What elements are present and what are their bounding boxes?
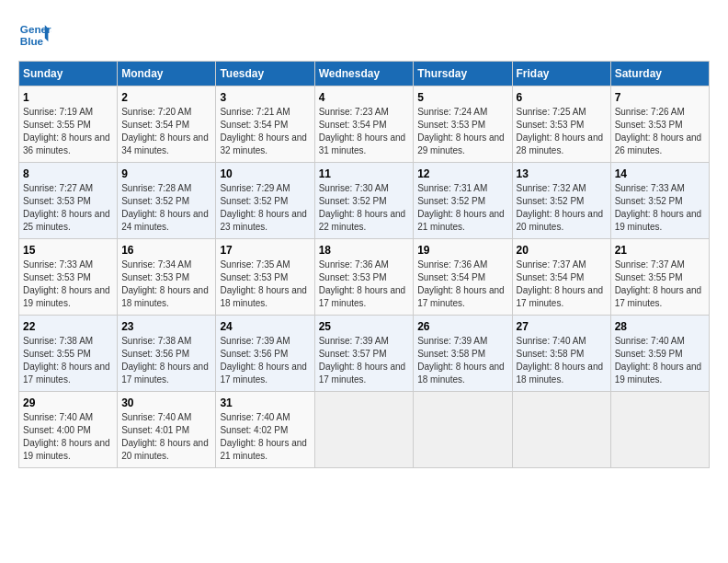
day-info: Sunrise: 7:36 AM Sunset: 3:54 PM Dayligh… [417,259,507,310]
day-number: 1 [23,91,113,104]
header-day-thursday: Thursday [414,62,512,86]
day-number: 12 [417,167,507,180]
day-number: 19 [417,244,507,257]
day-number: 9 [121,167,211,180]
day-info: Sunrise: 7:39 AM Sunset: 3:58 PM Dayligh… [417,335,507,386]
day-number: 20 [517,244,607,257]
day-info: Sunrise: 7:38 AM Sunset: 3:55 PM Dayligh… [23,335,113,386]
calendar-week-row: 1 Sunrise: 7:19 AM Sunset: 3:55 PM Dayli… [19,86,710,163]
calendar-week-row: 29 Sunrise: 7:40 AM Sunset: 4:00 PM Dayl… [19,392,710,468]
day-info: Sunrise: 7:19 AM Sunset: 3:55 PM Dayligh… [23,106,113,157]
calendar-cell: 12 Sunrise: 7:31 AM Sunset: 3:52 PM Dayl… [414,163,512,239]
day-info: Sunrise: 7:40 AM Sunset: 3:59 PM Dayligh… [615,335,705,386]
calendar-cell: 28 Sunrise: 7:40 AM Sunset: 3:59 PM Dayl… [610,316,709,392]
day-number: 22 [23,320,113,333]
calendar-cell: 10 Sunrise: 7:29 AM Sunset: 3:52 PM Dayl… [216,163,314,239]
logo: General Blue [18,18,57,52]
day-number: 14 [615,167,705,180]
calendar-cell: 9 Sunrise: 7:28 AM Sunset: 3:52 PM Dayli… [118,163,216,239]
day-number: 5 [417,91,507,104]
day-info: Sunrise: 7:27 AM Sunset: 3:53 PM Dayligh… [23,182,113,234]
calendar-cell: 27 Sunrise: 7:40 AM Sunset: 3:58 PM Dayl… [512,316,610,392]
day-number: 21 [615,244,705,257]
calendar-cell [512,392,610,468]
day-number: 23 [121,320,211,333]
calendar-cell: 3 Sunrise: 7:21 AM Sunset: 3:54 PM Dayli… [216,86,314,163]
calendar-cell: 1 Sunrise: 7:19 AM Sunset: 3:55 PM Dayli… [19,86,118,163]
day-info: Sunrise: 7:25 AM Sunset: 3:53 PM Dayligh… [517,106,607,157]
day-info: Sunrise: 7:20 AM Sunset: 3:54 PM Dayligh… [121,106,211,157]
day-info: Sunrise: 7:40 AM Sunset: 3:58 PM Dayligh… [517,335,607,386]
header-day-tuesday: Tuesday [216,62,314,86]
calendar-cell: 2 Sunrise: 7:20 AM Sunset: 3:54 PM Dayli… [118,86,216,163]
day-info: Sunrise: 7:34 AM Sunset: 3:53 PM Dayligh… [121,259,211,310]
day-info: Sunrise: 7:24 AM Sunset: 3:53 PM Dayligh… [417,106,507,157]
day-number: 7 [615,91,705,104]
day-info: Sunrise: 7:40 AM Sunset: 4:01 PM Dayligh… [121,411,211,463]
header-day-monday: Monday [118,62,216,86]
calendar-cell: 6 Sunrise: 7:25 AM Sunset: 3:53 PM Dayli… [512,86,610,163]
calendar-cell: 16 Sunrise: 7:34 AM Sunset: 3:53 PM Dayl… [118,239,216,316]
day-number: 2 [121,91,211,104]
calendar-cell: 7 Sunrise: 7:26 AM Sunset: 3:53 PM Dayli… [610,86,709,163]
day-number: 17 [220,244,310,257]
day-number: 6 [517,91,607,104]
calendar-cell [414,392,512,468]
day-number: 13 [517,167,607,180]
calendar-cell: 25 Sunrise: 7:39 AM Sunset: 3:57 PM Dayl… [314,316,414,392]
calendar-cell: 21 Sunrise: 7:37 AM Sunset: 3:55 PM Dayl… [610,239,709,316]
day-info: Sunrise: 7:35 AM Sunset: 3:53 PM Dayligh… [220,259,310,310]
svg-text:Blue: Blue [20,35,44,47]
calendar-cell: 8 Sunrise: 7:27 AM Sunset: 3:53 PM Dayli… [19,163,118,239]
day-info: Sunrise: 7:26 AM Sunset: 3:53 PM Dayligh… [615,106,705,157]
day-info: Sunrise: 7:37 AM Sunset: 3:55 PM Dayligh… [615,259,705,310]
day-number: 26 [417,320,507,333]
calendar-cell: 15 Sunrise: 7:33 AM Sunset: 3:53 PM Dayl… [19,239,118,316]
day-number: 29 [23,396,113,409]
day-number: 27 [517,320,607,333]
day-number: 28 [615,320,705,333]
day-number: 15 [23,244,113,257]
header-day-friday: Friday [512,62,610,86]
day-number: 4 [319,91,410,104]
calendar-cell: 20 Sunrise: 7:37 AM Sunset: 3:54 PM Dayl… [512,239,610,316]
calendar-cell: 29 Sunrise: 7:40 AM Sunset: 4:00 PM Dayl… [19,392,118,468]
day-number: 25 [319,320,410,333]
calendar-cell: 26 Sunrise: 7:39 AM Sunset: 3:58 PM Dayl… [414,316,512,392]
day-info: Sunrise: 7:29 AM Sunset: 3:52 PM Dayligh… [220,182,310,234]
calendar-cell: 13 Sunrise: 7:32 AM Sunset: 3:52 PM Dayl… [512,163,610,239]
calendar-cell: 23 Sunrise: 7:38 AM Sunset: 3:56 PM Dayl… [118,316,216,392]
calendar-cell [314,392,414,468]
calendar-cell: 30 Sunrise: 7:40 AM Sunset: 4:01 PM Dayl… [118,392,216,468]
calendar-cell: 17 Sunrise: 7:35 AM Sunset: 3:53 PM Dayl… [216,239,314,316]
day-info: Sunrise: 7:32 AM Sunset: 3:52 PM Dayligh… [517,182,607,234]
calendar-week-row: 8 Sunrise: 7:27 AM Sunset: 3:53 PM Dayli… [19,163,710,239]
day-number: 31 [220,396,310,409]
calendar-cell: 24 Sunrise: 7:39 AM Sunset: 3:56 PM Dayl… [216,316,314,392]
day-number: 8 [23,167,113,180]
header-day-saturday: Saturday [610,62,709,86]
day-info: Sunrise: 7:36 AM Sunset: 3:53 PM Dayligh… [319,259,410,310]
calendar-cell: 4 Sunrise: 7:23 AM Sunset: 3:54 PM Dayli… [314,86,414,163]
day-info: Sunrise: 7:30 AM Sunset: 3:52 PM Dayligh… [319,182,410,234]
day-info: Sunrise: 7:28 AM Sunset: 3:52 PM Dayligh… [121,182,211,234]
day-info: Sunrise: 7:21 AM Sunset: 3:54 PM Dayligh… [220,106,310,157]
day-info: Sunrise: 7:33 AM Sunset: 3:53 PM Dayligh… [23,259,113,310]
day-info: Sunrise: 7:39 AM Sunset: 3:57 PM Dayligh… [319,335,410,386]
calendar-cell [610,392,709,468]
calendar-cell: 11 Sunrise: 7:30 AM Sunset: 3:52 PM Dayl… [314,163,414,239]
day-info: Sunrise: 7:40 AM Sunset: 4:02 PM Dayligh… [220,411,310,463]
header-day-sunday: Sunday [19,62,118,86]
day-number: 30 [121,396,211,409]
calendar-cell: 22 Sunrise: 7:38 AM Sunset: 3:55 PM Dayl… [19,316,118,392]
calendar-cell: 14 Sunrise: 7:33 AM Sunset: 3:52 PM Dayl… [610,163,709,239]
page-header: General Blue [18,18,710,52]
calendar-week-row: 22 Sunrise: 7:38 AM Sunset: 3:55 PM Dayl… [19,316,710,392]
logo-icon: General Blue [18,18,51,52]
day-number: 18 [319,244,410,257]
day-info: Sunrise: 7:23 AM Sunset: 3:54 PM Dayligh… [319,106,410,157]
day-info: Sunrise: 7:37 AM Sunset: 3:54 PM Dayligh… [517,259,607,310]
day-number: 16 [121,244,211,257]
day-number: 24 [220,320,310,333]
calendar-cell: 19 Sunrise: 7:36 AM Sunset: 3:54 PM Dayl… [414,239,512,316]
